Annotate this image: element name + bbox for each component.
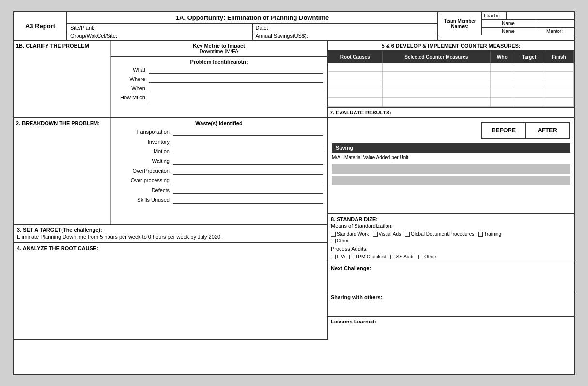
- team-leader-row: Team Member Names: Leader: Name Name Men…: [438, 12, 574, 35]
- ma-value: M/A - Material Value Added per Unit: [328, 153, 574, 162]
- section-1b-right: Key Metric to Impact Downtime IM/FA Prob…: [111, 41, 327, 117]
- team-names-label: Team Member Names:: [438, 12, 482, 35]
- checkbox-tpm[interactable]: TPM Checklist: [349, 254, 386, 259]
- leader-row: Leader:: [482, 12, 574, 20]
- skills-unused-label: Skills Unused:: [115, 197, 173, 203]
- motion-row: Motion:: [115, 147, 323, 155]
- evaluate-section: 7. EVALUATE RESULTS: BEFORE AFTER Saving…: [328, 108, 574, 214]
- inventory-line: [173, 138, 323, 145]
- defects-line: [173, 186, 323, 194]
- sharing-label: Sharing with others:: [331, 294, 571, 300]
- section-4-title: 4. ANALYZE THE ROOT CAUSE:: [17, 245, 324, 251]
- team-right: Leader: Name Name Mentor:: [482, 12, 574, 35]
- how-much-line: [149, 94, 323, 101]
- saving-bar: Saving: [332, 143, 570, 153]
- checkbox-standard-work[interactable]: Standard Work: [331, 231, 369, 237]
- tpm-label: TPM Checklist: [355, 254, 386, 259]
- checkbox-row-1: Standard Work Visual Ads Global Document…: [331, 231, 571, 237]
- cm-table-header-row: Root Causes Selected Counter Measures Wh…: [328, 51, 574, 63]
- when-line: [149, 84, 323, 92]
- where-label: Where:: [115, 76, 149, 82]
- name-row-1: Name: [482, 20, 574, 28]
- over-processing-row: Over processing:: [115, 177, 323, 184]
- cb-other2[interactable]: [418, 255, 423, 259]
- name-row-2: Name Mentor:: [482, 28, 574, 35]
- cm-section: 5 & 6 DEVELOP & IMPLEMENT COUNTER MEASUR…: [328, 41, 574, 108]
- key-metric-title: Key Metric to Impact: [113, 43, 325, 48]
- sharing-section: Sharing with others:: [328, 292, 574, 317]
- section-3-content: Eliminate Planning Downtime from 5 hours…: [17, 233, 324, 241]
- cb-other1[interactable]: [331, 239, 336, 243]
- checkbox-lpa[interactable]: LPA: [331, 254, 345, 259]
- wastes-title: Waste(s) Identified: [115, 120, 323, 126]
- header-right: Team Member Names: Leader: Name Name Men…: [438, 12, 574, 40]
- table-row: [328, 63, 574, 72]
- inventory-label: Inventory:: [115, 139, 173, 145]
- col-target: Target: [514, 51, 544, 63]
- cm-table-body: [328, 63, 574, 107]
- cm-header: 5 & 6 DEVELOP & IMPLEMENT COUNTER MEASUR…: [328, 41, 574, 51]
- transportation-line: [173, 128, 323, 136]
- motion-line: [173, 147, 323, 155]
- cb-tpm[interactable]: [349, 255, 354, 259]
- section-1b-left: 1B. CLARIFY THE PROBLEM: [14, 41, 111, 117]
- cb-lpa[interactable]: [331, 255, 336, 259]
- over-production-label: OverProduciton:: [115, 168, 173, 174]
- group-savings-row: Group/WokCel/Site: Annual Savings(US$):: [67, 32, 437, 40]
- section-1b-title: 1B. CLARIFY THE PROBLEM: [16, 43, 108, 48]
- cb-training[interactable]: [478, 232, 483, 237]
- checkbox-other1[interactable]: Other: [331, 238, 349, 243]
- key-metric-value: Downtime IM/FA: [113, 48, 325, 54]
- over-processing-line: [173, 177, 323, 184]
- std-means: Means of Standardization:: [331, 222, 571, 230]
- section-2: 2. BREAKDOWN THE PROBLEM: Waste(s) Ident…: [14, 118, 327, 225]
- checkbox-global-doc[interactable]: Global Document/Procedures: [405, 231, 474, 237]
- next-challenge-label: Next Challenge:: [331, 265, 571, 271]
- cb-ss-audit[interactable]: [390, 255, 395, 259]
- over-production-row: OverProduciton:: [115, 167, 323, 175]
- cm-table: Root Causes Selected Counter Measures Wh…: [328, 51, 574, 107]
- col-finish: Finish: [544, 51, 573, 63]
- where-row: Where:: [115, 75, 323, 83]
- cb-global-doc[interactable]: [405, 232, 410, 237]
- defects-row: Defects:: [115, 186, 323, 194]
- after-label: AFTER: [526, 123, 569, 138]
- section-2-title: 2. BREAKDOWN THE PROBLEM:: [16, 120, 108, 126]
- key-metric-area: Key Metric to Impact Downtime IM/FA: [111, 41, 327, 57]
- where-line: [149, 75, 323, 83]
- checkbox-training[interactable]: Training: [478, 231, 501, 237]
- site-field: Site/Plant:: [67, 24, 253, 32]
- problem-id-title: Problem Identificaiotn:: [115, 59, 323, 64]
- cb-visual-ads[interactable]: [373, 232, 378, 237]
- std-title: 8. STANDAR DIZE:: [331, 216, 571, 222]
- mentor-area: [535, 23, 574, 25]
- grey-bar-2: [332, 176, 570, 185]
- transportation-label: Transportation:: [115, 129, 173, 135]
- col-who: Who: [491, 51, 514, 63]
- checkbox-visual-ads[interactable]: Visual Ads: [373, 231, 402, 237]
- opportunity-title: 1A. Opportunity: Elimination of Planning…: [67, 12, 437, 24]
- checkbox-row-audits: LPA TPM Checklist SS Audit Other: [331, 254, 571, 259]
- lessons-label: Lessons Learned:: [331, 319, 571, 324]
- over-production-line: [173, 167, 323, 175]
- skills-unused-row: Skills Unused:: [115, 196, 323, 204]
- when-row: When:: [115, 84, 323, 92]
- cb-standard-work[interactable]: [331, 232, 336, 237]
- section-4: 4. ANALYZE THE ROOT CAUSE:: [14, 243, 327, 340]
- before-label: BEFORE: [482, 123, 526, 138]
- left-panel: 1B. CLARIFY THE PROBLEM Key Metric to Im…: [14, 41, 328, 340]
- inventory-row: Inventory:: [115, 138, 323, 145]
- waiting-label: Waiting:: [115, 158, 173, 164]
- checkbox-other2[interactable]: Other: [418, 254, 436, 259]
- how-much-row: How Much:: [115, 94, 323, 101]
- skills-unused-line: [173, 196, 323, 204]
- right-panel: 5 & 6 DEVELOP & IMPLEMENT COUNTER MEASUR…: [328, 41, 574, 340]
- when-label: When:: [115, 85, 149, 91]
- section-2-right: Waste(s) Identified Transportation: Inve…: [111, 118, 327, 224]
- other2-label: Other: [424, 254, 436, 259]
- what-label: What:: [115, 67, 149, 73]
- how-much-label: How Much:: [115, 95, 149, 100]
- training-label: Training: [484, 231, 501, 237]
- checkbox-ss-audit[interactable]: SS Audit: [390, 254, 415, 259]
- motion-label: Motion:: [115, 148, 173, 154]
